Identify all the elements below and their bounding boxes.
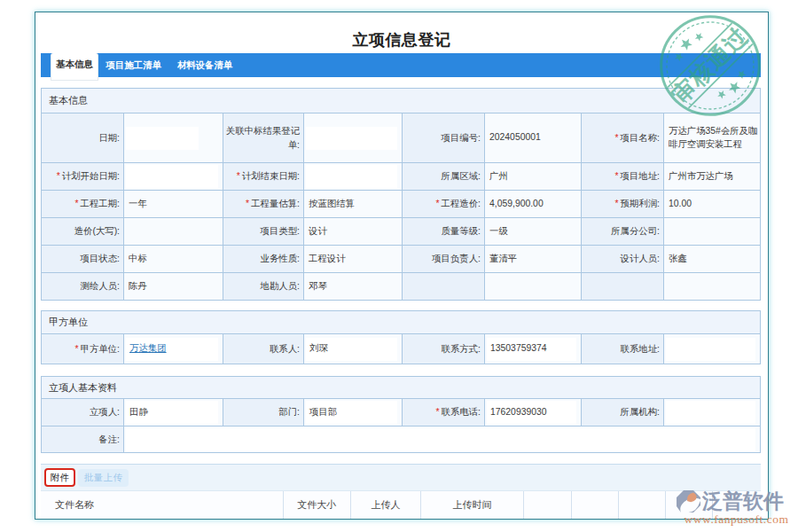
field-label-empty-1 [403, 273, 485, 301]
field-input-party-a[interactable]: 万达集团 [126, 338, 218, 361]
section-title-basic: 基本信息 [42, 89, 761, 113]
field-input-organization[interactable] [666, 401, 755, 424]
tab-bar: 基本信息 项目施工清单 材料设备清单 [41, 53, 761, 77]
field-label-plan-end-date: *计划结束日期: [223, 163, 304, 191]
field-input-applicant[interactable]: 田静 [126, 401, 218, 424]
field-label-text: 工程量估算: [251, 199, 300, 208]
tab-material-equipment-list[interactable]: 材料设备清单 [169, 53, 240, 77]
field-value-branch-company [664, 218, 761, 246]
field-input-contact-person[interactable]: 刘琛 [306, 338, 397, 361]
field-value-text: 陈丹 [129, 281, 147, 291]
field-value-text: 万达广场35#会所及咖啡厅空调安装工程 [669, 126, 757, 149]
field-label-related-bid-result: 关联中标结果登记单: [223, 113, 304, 163]
field-label-text: 项目地址: [621, 171, 660, 181]
field-label-project-no: 项目编号: [403, 113, 485, 163]
required-asterisk: * [237, 171, 240, 181]
field-value-text: 邓琴 [309, 281, 327, 291]
field-value-contact-phone: 13503759374 [485, 334, 582, 364]
field-value-text: 按蓝图结算 [309, 199, 355, 208]
field-value-designer: 张鑫 [664, 246, 761, 273]
field-label-geotech-staff: 地勘人员: [223, 273, 304, 301]
field-value-text: 一年 [129, 199, 147, 208]
required-asterisk: * [75, 344, 79, 354]
field-label-remark: 备注: [42, 426, 124, 453]
tab-basic-info[interactable]: 基本信息 [51, 53, 98, 81]
field-label-text: 联系人: [270, 344, 300, 354]
field-value-business-nature: 工程设计 [304, 246, 403, 273]
field-value-project-no: 2024050001 [485, 113, 582, 163]
batch-upload-button[interactable]: 批量上传 [78, 469, 129, 487]
attachment-toolbar: 附件 批量上传 [41, 465, 761, 491]
field-value-project-manager: 董清平 [485, 246, 582, 273]
field-value-text: 设计 [309, 226, 327, 236]
field-value-text: 张鑫 [669, 254, 687, 263]
field-label-quantity-estimate: *工程量估算: [223, 191, 304, 218]
field-input-department[interactable]: 项目部 [306, 401, 397, 424]
attachment-section: 附件 批量上传 文件名称文件大小上传人上传时间 [41, 464, 761, 519]
field-input-plan-start-date[interactable] [126, 165, 218, 188]
field-value-cost-in-words [124, 218, 223, 246]
field-label-quality-grade: 质量等级: [403, 218, 485, 246]
section-title-party: 甲方单位 [42, 311, 761, 334]
field-label-text: 项目状态: [81, 254, 120, 263]
field-value-expected-profit: 10.00 [664, 191, 761, 218]
field-label-text: 关联中标结果登记单: [226, 126, 300, 149]
field-input-applicant-phone[interactable]: 17620939030 [487, 401, 576, 424]
field-value-applicant-phone: 17620939030 [485, 399, 582, 426]
field-value-date [124, 113, 223, 163]
field-label-text: 项目编号: [442, 133, 481, 143]
field-value-text: 17620939030 [490, 406, 547, 419]
applicant-info-panel: 立项人基本资料立项人:田静部门:项目部*联系电话:17620939030所属机构… [41, 376, 761, 453]
attach-button[interactable]: 附件 [44, 468, 75, 487]
field-value-project-status: 中标 [124, 246, 223, 273]
field-label-text: 计划结束日期: [242, 171, 300, 181]
required-asterisk: * [436, 199, 440, 208]
section-title-applicant: 立项人基本资料 [42, 377, 761, 399]
field-label-applicant-phone: *联系电话: [403, 399, 485, 426]
field-label-contact-address: 联系地址: [582, 334, 664, 364]
field-input-contact-phone[interactable]: 13503759374 [487, 338, 576, 361]
required-asterisk: * [57, 171, 60, 181]
field-input-date[interactable] [126, 127, 199, 150]
field-label-branch-company: 所属分公司: [582, 218, 664, 246]
field-value-project-name: 万达广场35#会所及咖啡厅空调安装工程 [664, 113, 761, 163]
field-input-related-bid-result[interactable] [306, 127, 397, 150]
field-label-text: 地勘人员: [261, 281, 300, 291]
field-label-surveyor: 测绘人员: [42, 273, 124, 301]
field-label-text: 所属区域: [442, 171, 481, 181]
field-input-plan-end-date[interactable] [306, 165, 397, 188]
vendor-logo-text: 泛普软件 [702, 488, 784, 515]
field-value-text: 2024050001 [489, 132, 541, 142]
field-label-text: 备注: [98, 434, 120, 444]
file-col-header-empty-5 [572, 491, 619, 519]
party-a-panel: 甲方单位*甲方单位:万达集团联系人:刘琛联系方式:13503759374联系地址… [41, 310, 761, 364]
field-label-text: 测绘人员: [81, 281, 120, 291]
field-label-text: 项目名称: [621, 133, 660, 143]
tab-construction-list[interactable]: 项目施工清单 [98, 53, 169, 77]
field-value-department: 项目部 [304, 399, 403, 426]
field-value-duration: 一年 [124, 191, 223, 218]
vendor-logo: 泛普软件 www.fanpusoft.com [677, 488, 796, 527]
field-value-empty-2 [664, 273, 761, 301]
field-label-text: 日期: [98, 133, 120, 143]
link-party-a[interactable]: 万达集团 [129, 342, 167, 356]
field-value-related-bid-result [304, 113, 403, 163]
field-label-duration: *工程工期: [42, 191, 124, 218]
required-asterisk: * [615, 133, 619, 143]
field-input-remark[interactable] [126, 428, 755, 451]
required-asterisk: * [75, 199, 79, 208]
field-value-text: 13503759374 [490, 342, 547, 356]
field-input-contact-address[interactable] [666, 338, 755, 361]
field-label-text: 项目负责人: [432, 254, 481, 263]
field-value-text: 一级 [489, 226, 508, 236]
field-label-contact-phone: 联系方式: [403, 334, 485, 364]
field-label-text: 工程造价: [442, 199, 481, 208]
field-label-party-a: *甲方单位: [42, 334, 124, 364]
field-label-text: 预期利润: [621, 199, 660, 208]
field-value-text: 刘琛 [309, 342, 328, 356]
field-label-empty-2 [582, 273, 664, 301]
field-label-department: 部门: [223, 399, 304, 426]
field-value-project-type: 设计 [304, 218, 403, 246]
field-value-plan-start-date [124, 163, 223, 191]
field-label-text: 设计人员: [621, 254, 660, 263]
